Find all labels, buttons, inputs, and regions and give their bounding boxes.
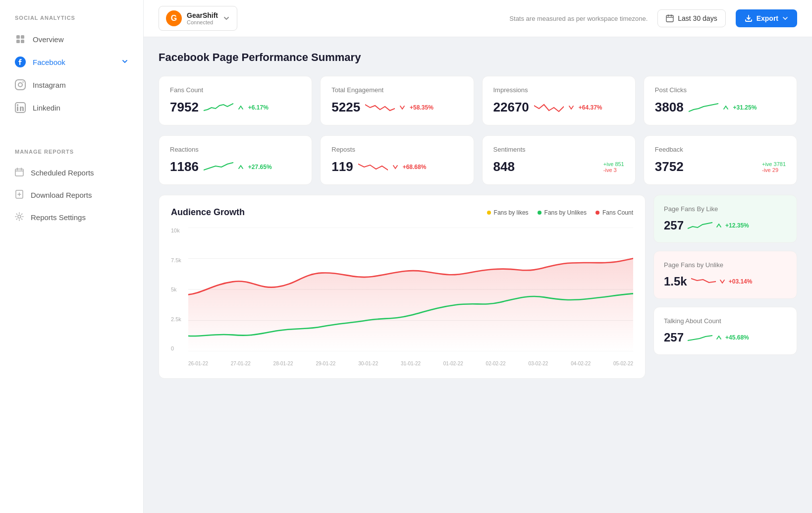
timezone-text: Stats are measured as per workspace time… — [509, 15, 648, 22]
stat-value-feedback: 3752 — [655, 159, 684, 174]
feedback-extras: +ive 3781 -ive 29 — [762, 161, 786, 173]
sparkline-fans-count — [204, 101, 233, 114]
svg-rect-0 — [16, 35, 20, 39]
sparkline-engagement — [365, 101, 395, 114]
stat-label-post-clicks: Post Clicks — [655, 86, 786, 94]
right-card-talking-about: Talking About Count 257 +45.68% — [653, 307, 797, 355]
sidebar-manage-reports-label: MANAGE REPORTS — [0, 139, 143, 162]
account-status: Connected — [187, 19, 218, 25]
date-range-button[interactable]: Last 30 days — [657, 9, 725, 27]
account-info: GearShift Connected — [187, 11, 218, 25]
instagram-icon — [15, 79, 26, 90]
sidebar-item-scheduled-reports[interactable]: Scheduled Reports — [0, 162, 143, 184]
audience-growth-chart: Audience Growth Fans by likes Fans by Un… — [159, 195, 646, 379]
sparkline-talking-about — [688, 332, 712, 343]
svg-rect-5 — [15, 80, 25, 90]
right-side-cards: Page Fans By Like 257 +12.35% Page Fans … — [653, 195, 797, 379]
sidebar-item-instagram-label: Instagram — [33, 81, 66, 89]
right-card-fans-by-like-change: +12.35% — [725, 222, 749, 229]
sidebar-item-linkedin-label: Linkedin — [33, 104, 60, 112]
grid-icon — [15, 34, 26, 45]
sidebar-item-overview[interactable]: Overview — [0, 28, 143, 51]
x-label-2: 27-01-22 — [231, 361, 251, 366]
stat-value-reposts: 119 — [331, 159, 353, 174]
account-logo: G — [166, 10, 182, 26]
y-label-5k: 5k — [171, 286, 181, 292]
main-content: G GearShift Connected Stats are measured… — [144, 0, 812, 513]
sidebar-item-download-reports[interactable]: Download Reports — [0, 184, 143, 206]
stat-change-reposts: +68.68% — [403, 164, 427, 171]
stat-value-impressions: 22670 — [493, 100, 529, 115]
feedback-neg: -ive 29 — [762, 167, 786, 173]
stats-row-2: Reactions 1186 +27.65% Reposts 119 — [159, 135, 797, 185]
x-label-9: 03-02-22 — [528, 361, 548, 366]
svg-point-13 — [18, 215, 21, 218]
stat-card-post-clicks: Post Clicks 3808 +31.25% — [644, 76, 797, 125]
sidebar-item-instagram[interactable]: Instagram — [0, 73, 143, 96]
bottom-section: Audience Growth Fans by likes Fans by Un… — [159, 195, 797, 379]
x-label-8: 02-02-22 — [486, 361, 506, 366]
svg-point-6 — [18, 83, 22, 87]
sentiments-extras: +ive 851 -ive 3 — [603, 161, 624, 173]
trend-down-fans-by-unlike — [720, 279, 725, 284]
x-label-11: 05-02-22 — [613, 361, 633, 366]
stat-value-fans-count: 7952 — [170, 100, 199, 115]
stat-change-impressions: +64.37% — [579, 104, 602, 111]
svg-rect-2 — [16, 40, 20, 43]
facebook-icon — [15, 57, 26, 67]
svg-rect-3 — [21, 40, 24, 43]
y-label-0: 0 — [171, 345, 181, 351]
stat-label-impressions: Impressions — [493, 86, 624, 94]
right-card-fans-by-unlike-change: +03.14% — [729, 278, 753, 285]
right-card-talking-about-label: Talking About Count — [664, 317, 787, 325]
chart-svg-container — [188, 228, 633, 351]
trend-up-talking-about — [716, 335, 721, 340]
feedback-pos: +ive 3781 — [762, 161, 786, 167]
stat-label-sentiments: Sentiments — [493, 146, 624, 153]
trend-down-icon-reposts — [393, 165, 398, 170]
stat-label-reposts: Reposts — [331, 146, 462, 153]
topbar: G GearShift Connected Stats are measured… — [144, 0, 812, 37]
account-chevron-icon — [223, 15, 230, 22]
account-selector[interactable]: G GearShift Connected — [159, 6, 237, 31]
legend-dot-unlikes — [538, 211, 541, 215]
stat-change-fans-count: +6.17% — [248, 104, 269, 111]
date-range-label: Last 30 days — [678, 14, 717, 22]
right-card-fans-by-unlike-label: Page Fans by Unlike — [664, 261, 787, 269]
sidebar-item-facebook[interactable]: Facebook — [0, 51, 143, 73]
right-card-fans-by-like: Page Fans By Like 257 +12.35% — [653, 195, 797, 243]
legend-fans-by-likes: Fans by likes — [487, 209, 529, 216]
scheduled-reports-label: Scheduled Reports — [31, 169, 94, 177]
sidebar-item-linkedin[interactable]: Linkedin — [0, 96, 143, 119]
stat-card-reactions: Reactions 1186 +27.65% — [159, 135, 312, 185]
right-card-fans-by-unlike-value: 1.5k — [664, 275, 687, 288]
stat-label-feedback: Feedback — [655, 146, 786, 153]
trend-down-icon-imp — [569, 105, 574, 110]
stat-card-impressions: Impressions 22670 +64.37% — [482, 76, 636, 125]
legend-fans-count: Fans Count — [595, 209, 633, 216]
right-card-fans-by-like-row: 257 +12.35% — [664, 219, 787, 232]
trend-down-icon — [400, 105, 405, 110]
chart-title: Audience Growth — [171, 207, 245, 218]
export-button[interactable]: Export — [736, 9, 797, 27]
sidebar-item-reports-settings[interactable]: Reports Settings — [0, 206, 143, 228]
download-reports-label: Download Reports — [31, 191, 92, 199]
legend-label-unlikes: Fans by Unlikes — [544, 209, 587, 216]
chart-area: 10k 7.5k 5k 2.5k 0 — [171, 228, 633, 366]
x-label-6: 31-01-22 — [401, 361, 421, 366]
legend-label-fans-count: Fans Count — [602, 209, 633, 216]
account-name: GearShift — [187, 11, 218, 19]
right-card-fans-by-like-value: 257 — [664, 219, 684, 232]
linkedin-icon — [15, 102, 26, 113]
x-label-7: 01-02-22 — [443, 361, 463, 366]
trend-up-icon-clicks — [723, 105, 728, 110]
right-card-fans-by-like-label: Page Fans By Like — [664, 205, 787, 213]
stat-change-reactions: +27.65% — [248, 164, 272, 171]
stat-card-sentiments: Sentiments 848 +ive 851 -ive 3 — [482, 135, 636, 185]
stats-row-1: Fans Count 7952 +6.17% Total Engagement … — [159, 76, 797, 125]
stat-value-post-clicks: 3808 — [655, 100, 684, 115]
export-icon — [745, 14, 753, 22]
audience-growth-svg — [188, 228, 633, 351]
x-label-5: 30-01-22 — [358, 361, 378, 366]
stat-card-fans-count: Fans Count 7952 +6.17% — [159, 76, 312, 125]
